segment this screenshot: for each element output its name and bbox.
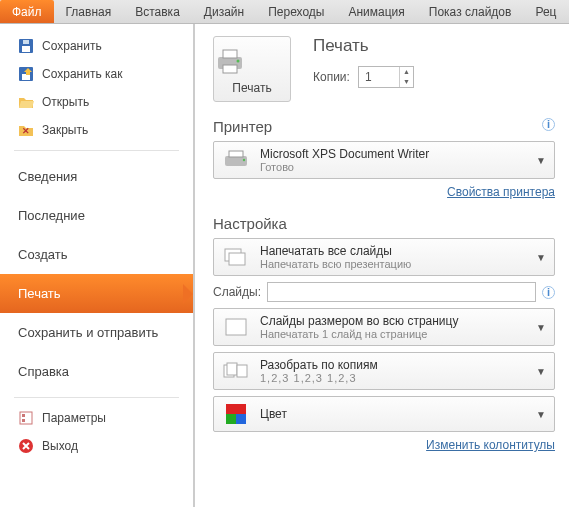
tab-file[interactable]: Файл	[0, 0, 54, 23]
collate-icon	[222, 359, 250, 383]
copies-label: Копии:	[313, 70, 350, 84]
sidebar-saveas[interactable]: Сохранить как	[0, 60, 193, 88]
chevron-down-icon: ▼	[536, 366, 546, 377]
sidebar-label: Печать	[18, 286, 61, 301]
svg-rect-11	[223, 50, 237, 58]
ribbon-tabs: Файл Главная Вставка Дизайн Переходы Ани…	[0, 0, 569, 24]
copies-spinner[interactable]: 1 ▲▼	[358, 66, 414, 88]
printer-dropdown[interactable]: Microsoft XPS Document Writer Готово ▼	[213, 141, 555, 179]
printer-name: Microsoft XPS Document Writer	[260, 147, 526, 161]
info-icon[interactable]: i	[542, 286, 555, 299]
separator	[14, 397, 179, 398]
sidebar-label: Сохранить	[42, 39, 102, 53]
sidebar-recent[interactable]: Последние	[0, 196, 193, 235]
backstage-sidebar: Сохранить Сохранить как Открыть ✕ Закрыт…	[0, 24, 195, 507]
separator	[14, 150, 179, 151]
info-icon[interactable]: i	[542, 118, 555, 131]
range-sub: Напечатать всю презентацию	[260, 258, 526, 270]
sidebar-label: Сохранить как	[42, 67, 122, 81]
layout-sub: Напечатать 1 слайд на странице	[260, 328, 526, 340]
tab-animations[interactable]: Анимация	[336, 0, 416, 23]
color-icon	[222, 402, 250, 426]
layout-dropdown[interactable]: Слайды размером во всю страницу Напечата…	[213, 308, 555, 346]
svg-point-16	[243, 159, 245, 161]
sidebar-label: Справка	[18, 364, 69, 379]
sidebar-new[interactable]: Создать	[0, 235, 193, 274]
sidebar-open[interactable]: Открыть	[0, 88, 193, 116]
chevron-down-icon: ▼	[536, 409, 546, 420]
printer-heading: Принтер i	[213, 118, 555, 135]
save-icon	[18, 38, 34, 54]
slides-all-icon	[222, 245, 250, 269]
tab-design[interactable]: Дизайн	[192, 0, 256, 23]
tab-slideshow[interactable]: Показ слайдов	[417, 0, 524, 23]
svg-rect-7	[22, 414, 25, 417]
svg-rect-19	[226, 319, 246, 335]
tab-transitions[interactable]: Переходы	[256, 0, 336, 23]
edit-header-footer-link[interactable]: Изменить колонтитулы	[213, 438, 555, 452]
color-dropdown[interactable]: Цвет ▼	[213, 396, 555, 432]
svg-rect-6	[20, 412, 32, 424]
sidebar-label: Параметры	[42, 411, 106, 425]
chevron-down-icon: ▼	[536, 252, 546, 263]
saveas-icon	[18, 66, 34, 82]
svg-rect-21	[227, 363, 237, 375]
svg-rect-15	[229, 151, 243, 157]
open-icon	[18, 94, 34, 110]
collate-main: Разобрать по копиям	[260, 358, 526, 372]
printer-status: Готово	[260, 161, 526, 173]
print-button-label: Печать	[214, 81, 290, 95]
svg-rect-1	[22, 46, 30, 52]
sidebar-exit[interactable]: Выход	[0, 432, 193, 460]
tab-review[interactable]: Рец	[523, 0, 568, 23]
svg-rect-8	[22, 419, 25, 422]
print-title: Печать	[313, 36, 414, 56]
printer-properties-link[interactable]: Свойства принтера	[213, 185, 555, 199]
svg-rect-12	[223, 65, 237, 73]
chevron-down-icon: ▼	[536, 155, 546, 166]
tab-insert[interactable]: Вставка	[123, 0, 192, 23]
sidebar-label: Открыть	[42, 95, 89, 109]
copies-value: 1	[359, 70, 399, 84]
printer-device-icon	[222, 148, 250, 172]
sidebar-label: Выход	[42, 439, 78, 453]
sidebar-label: Сведения	[18, 169, 77, 184]
range-main: Напечатать все слайды	[260, 244, 526, 258]
collate-dropdown[interactable]: Разобрать по копиям 1,2,3 1,2,3 1,2,3 ▼	[213, 352, 555, 390]
color-main: Цвет	[260, 407, 526, 421]
layout-main: Слайды размером во всю страницу	[260, 314, 526, 328]
fullpage-icon	[222, 315, 250, 339]
print-range-dropdown[interactable]: Напечатать все слайды Напечатать всю пре…	[213, 238, 555, 276]
slides-input[interactable]	[267, 282, 536, 302]
sidebar-info[interactable]: Сведения	[0, 157, 193, 196]
exit-icon	[18, 438, 34, 454]
chevron-down-icon: ▼	[536, 322, 546, 333]
sidebar-label: Закрыть	[42, 123, 88, 137]
printer-icon	[214, 47, 290, 75]
print-panel: Печать Печать Копии: 1 ▲▼ Принтер i Micr…	[195, 24, 569, 507]
sidebar-print[interactable]: Печать	[0, 274, 193, 313]
sidebar-options[interactable]: Параметры	[0, 404, 193, 432]
print-button[interactable]: Печать	[213, 36, 291, 102]
close-icon: ✕	[18, 122, 34, 138]
sidebar-help[interactable]: Справка	[0, 352, 193, 391]
options-icon	[18, 410, 34, 426]
sidebar-close[interactable]: ✕ Закрыть	[0, 116, 193, 144]
sidebar-label: Последние	[18, 208, 85, 223]
sidebar-save[interactable]: Сохранить	[0, 32, 193, 60]
svg-point-13	[237, 60, 240, 63]
svg-rect-18	[229, 253, 245, 265]
svg-text:✕: ✕	[22, 126, 30, 136]
sidebar-label: Сохранить и отправить	[18, 325, 158, 340]
spinner-arrows[interactable]: ▲▼	[399, 67, 413, 87]
collate-sub: 1,2,3 1,2,3 1,2,3	[260, 372, 526, 384]
sidebar-send[interactable]: Сохранить и отправить	[0, 313, 193, 352]
svg-rect-22	[237, 365, 247, 377]
sidebar-label: Создать	[18, 247, 67, 262]
svg-rect-2	[23, 40, 29, 44]
settings-heading: Настройка	[213, 215, 555, 232]
tab-home[interactable]: Главная	[54, 0, 124, 23]
slides-label: Слайды:	[213, 285, 261, 299]
